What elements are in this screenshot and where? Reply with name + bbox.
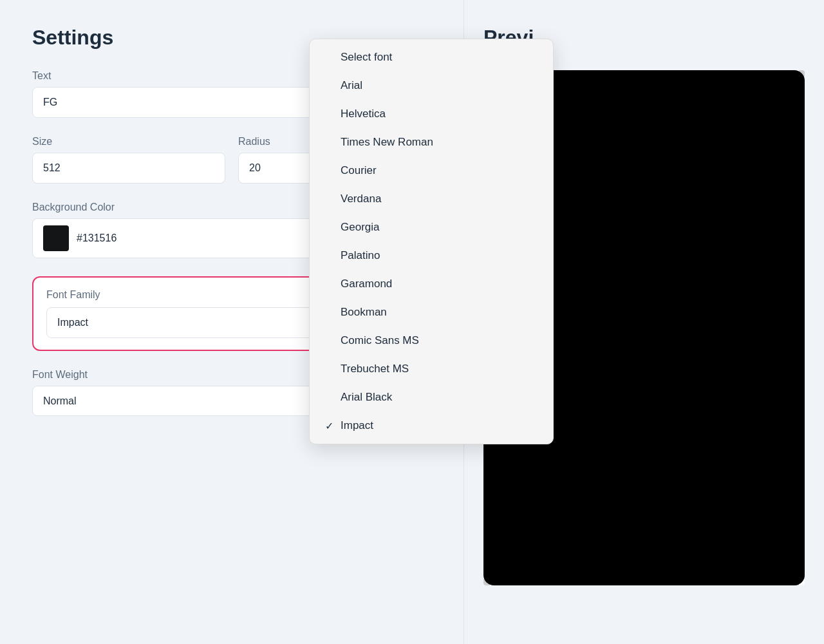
dropdown-item[interactable]: Courier: [310, 156, 553, 185]
dropdown-item[interactable]: Verdana: [310, 185, 553, 213]
dropdown-item[interactable]: Arial: [310, 71, 553, 100]
dropdown-item[interactable]: Palatino: [310, 242, 553, 270]
dropdown-item[interactable]: Helvetica: [310, 100, 553, 128]
dropdown-item-label: Verdana: [341, 193, 381, 205]
dropdown-item-label: Georgia: [341, 221, 379, 234]
dropdown-item-label: Arial Black: [341, 391, 392, 404]
dropdown-item[interactable]: Garamond: [310, 270, 553, 298]
check-mark-icon: ✓: [325, 420, 335, 432]
dropdown-item[interactable]: Bookman: [310, 298, 553, 327]
dropdown-item-label: Garamond: [341, 278, 392, 290]
dropdown-item-label: Courier: [341, 164, 377, 177]
dropdown-item[interactable]: Times New Roman: [310, 128, 553, 156]
color-swatch: [43, 225, 69, 251]
dropdown-item[interactable]: Select font: [310, 43, 553, 71]
dropdown-item-label: Trebuchet MS: [341, 363, 409, 375]
dropdown-item-label: Times New Roman: [341, 136, 433, 149]
dropdown-item[interactable]: Trebuchet MS: [310, 355, 553, 383]
dropdown-item[interactable]: Arial Black: [310, 383, 553, 412]
size-input[interactable]: [32, 153, 225, 184]
dropdown-item-label: Impact: [341, 419, 373, 432]
dropdown-item[interactable]: Georgia: [310, 213, 553, 242]
settings-panel: Settings Text Size Radius Background Col…: [0, 0, 464, 644]
dropdown-item-label: Select font: [341, 51, 392, 64]
size-field-group: Size: [32, 136, 225, 184]
size-label: Size: [32, 136, 225, 147]
dropdown-item-label: Bookman: [341, 306, 387, 319]
dropdown-item-label: Arial: [341, 79, 362, 92]
main-layout: Settings Text Size Radius Background Col…: [0, 0, 824, 644]
color-hex-value: #131516: [77, 232, 117, 244]
dropdown-item[interactable]: ✓Impact: [310, 412, 553, 440]
dropdown-item-label: Palatino: [341, 249, 380, 262]
font-dropdown-menu: Select fontArialHelveticaTimes New Roman…: [309, 39, 554, 444]
dropdown-item[interactable]: Comic Sans MS: [310, 327, 553, 355]
dropdown-item-label: Helvetica: [341, 108, 386, 120]
dropdown-item-label: Comic Sans MS: [341, 334, 419, 347]
